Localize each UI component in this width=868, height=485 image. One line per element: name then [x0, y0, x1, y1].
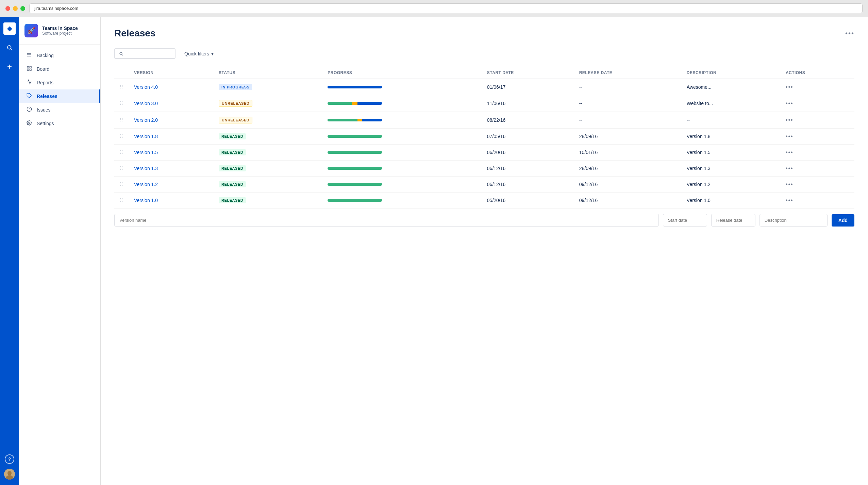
progress-bar — [328, 135, 382, 138]
svg-point-19 — [120, 52, 122, 54]
status-cell: IN PROGRESS — [213, 79, 322, 95]
drag-handle-icon[interactable]: ⠿ — [120, 198, 123, 203]
version-cell: Version 4.0 — [129, 79, 213, 95]
progress-cell — [322, 177, 481, 193]
status-badge: RELEASED — [219, 165, 246, 171]
quick-filters-button[interactable]: Quick filters ▾ — [180, 49, 218, 59]
actions-cell: ••• — [780, 161, 854, 177]
actions-cell: ••• — [780, 129, 854, 145]
global-search-icon[interactable] — [3, 41, 16, 54]
search-input[interactable] — [126, 51, 171, 56]
table-row: ⠿ Version 1.2 RELEASED 06/12/16 09/12/16… — [114, 177, 854, 193]
sidebar: 🚀 Teams in Space Software project Backlo… — [19, 17, 101, 485]
drag-handle-icon[interactable]: ⠿ — [120, 101, 123, 106]
version-name[interactable]: Version 1.8 — [134, 134, 158, 139]
col-drag — [114, 67, 129, 79]
app-container: ◆ ? 🚀 Teams in Space Software project — [0, 17, 868, 485]
create-icon[interactable] — [3, 61, 16, 73]
version-name[interactable]: Version 2.0 — [134, 117, 158, 123]
description-cell: Version 1.0 — [681, 193, 780, 208]
status-badge: RELEASED — [219, 133, 246, 139]
main-content: Releases ••• Quick filters ▾ Version Sta… — [101, 17, 868, 485]
release-date-cell: 09/12/16 — [574, 193, 681, 208]
sidebar-item-reports[interactable]: Reports — [19, 76, 100, 89]
drag-handle-icon[interactable]: ⠿ — [120, 150, 123, 155]
add-button[interactable]: Add — [832, 214, 854, 227]
quick-filters-label: Quick filters — [184, 51, 209, 56]
drag-handle-icon[interactable]: ⠿ — [120, 182, 123, 187]
drag-handle-icon[interactable]: ⠿ — [120, 134, 123, 139]
description-cell: Version 1.3 — [681, 161, 780, 177]
col-start-date: Start date — [482, 67, 574, 79]
drag-handle-icon[interactable]: ⠿ — [120, 166, 123, 171]
row-actions-button[interactable]: ••• — [786, 181, 794, 187]
progress-bar — [328, 199, 382, 202]
drag-handle-icon[interactable]: ⠿ — [120, 117, 123, 123]
start-date-input[interactable] — [663, 214, 707, 227]
backlog-icon — [26, 52, 33, 59]
col-release-date: Release date — [574, 67, 681, 79]
status-badge: UNRELEASED — [219, 100, 252, 107]
sidebar-item-board[interactable]: Board — [19, 62, 100, 76]
address-bar[interactable]: jira.teamsinspace.com — [29, 3, 863, 13]
sidebar-project-header: 🚀 Teams in Space Software project — [19, 17, 100, 45]
drag-handle-icon[interactable]: ⠿ — [120, 84, 123, 90]
traffic-lights — [5, 6, 25, 11]
status-cell: UNRELEASED — [213, 112, 322, 129]
progress-cell — [322, 95, 481, 112]
version-name[interactable]: Version 1.5 — [134, 150, 158, 155]
start-date-cell: 08/22/16 — [482, 112, 574, 129]
row-actions-button[interactable]: ••• — [786, 117, 794, 123]
drag-cell: ⠿ — [114, 95, 129, 112]
status-cell: RELEASED — [213, 193, 322, 208]
sidebar-item-label-backlog: Backlog — [37, 53, 54, 58]
version-name[interactable]: Version 3.0 — [134, 101, 158, 106]
version-name[interactable]: Version 4.0 — [134, 84, 158, 90]
release-date-input[interactable] — [711, 214, 755, 227]
minimize-button[interactable] — [13, 6, 18, 11]
version-name[interactable]: Version 1.2 — [134, 182, 158, 187]
maximize-button[interactable] — [20, 6, 25, 11]
row-actions-button[interactable]: ••• — [786, 197, 794, 203]
description-cell: Version 1.8 — [681, 129, 780, 145]
drag-cell: ⠿ — [114, 177, 129, 193]
sidebar-item-releases[interactable]: Releases — [19, 89, 100, 103]
version-cell: Version 1.3 — [129, 161, 213, 177]
user-avatar[interactable] — [4, 469, 15, 480]
sidebar-item-label-settings: Settings — [37, 121, 54, 126]
row-actions-button[interactable]: ••• — [786, 149, 794, 155]
progress-cell — [322, 112, 481, 129]
page-more-actions-button[interactable]: ••• — [845, 30, 854, 37]
release-date-cell: -- — [574, 79, 681, 95]
svg-point-18 — [29, 122, 30, 123]
table-row: ⠿ Version 4.0 IN PROGRESS 01/06/17 -- Aw… — [114, 79, 854, 95]
version-name-input[interactable] — [114, 214, 659, 227]
table-row: ⠿ Version 3.0 UNRELEASED 11/06/16 -- Web… — [114, 95, 854, 112]
description-cell: Version 1.5 — [681, 145, 780, 161]
sidebar-item-backlog[interactable]: Backlog — [19, 49, 100, 62]
actions-cell: ••• — [780, 145, 854, 161]
drag-cell: ⠿ — [114, 193, 129, 208]
table-row: ⠿ Version 1.0 RELEASED 05/20/16 09/12/16… — [114, 193, 854, 208]
row-actions-button[interactable]: ••• — [786, 165, 794, 171]
release-date-cell: 28/09/16 — [574, 129, 681, 145]
start-date-cell: 07/05/16 — [482, 129, 574, 145]
settings-icon — [26, 120, 33, 127]
svg-point-5 — [7, 471, 12, 475]
browser-chrome: jira.teamsinspace.com — [0, 0, 868, 17]
sidebar-item-issues[interactable]: Issues — [19, 103, 100, 117]
help-icon[interactable]: ? — [5, 454, 14, 464]
search-box[interactable] — [114, 48, 176, 59]
sidebar-item-settings[interactable]: Settings — [19, 117, 100, 130]
jira-logo-icon[interactable]: ◆ — [3, 22, 16, 35]
start-date-cell: 01/06/17 — [482, 79, 574, 95]
version-name[interactable]: Version 1.0 — [134, 198, 158, 203]
row-actions-button[interactable]: ••• — [786, 84, 794, 90]
close-button[interactable] — [5, 6, 10, 11]
svg-rect-11 — [30, 66, 31, 68]
description-input[interactable] — [760, 214, 828, 227]
version-name[interactable]: Version 1.3 — [134, 166, 158, 171]
row-actions-button[interactable]: ••• — [786, 100, 794, 106]
row-actions-button[interactable]: ••• — [786, 133, 794, 139]
col-version: Version — [129, 67, 213, 79]
